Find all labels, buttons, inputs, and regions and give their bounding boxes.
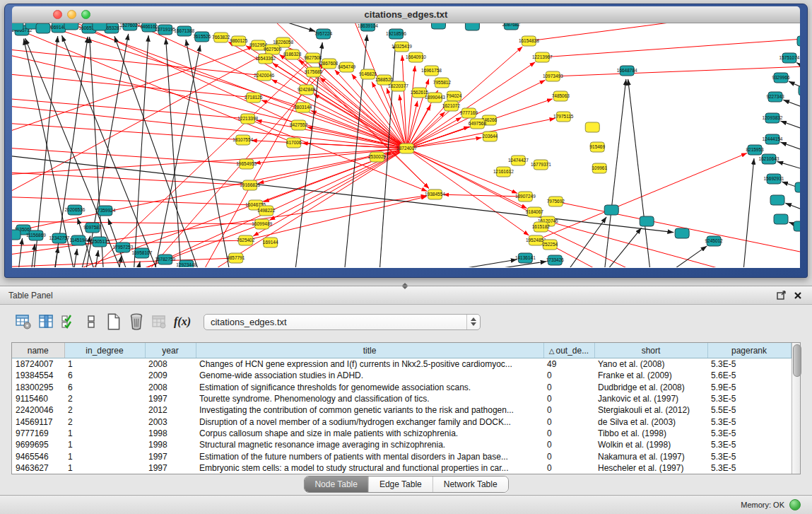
graph-node[interactable] (435, 78, 449, 88)
table-cell[interactable]: 5.3E-5 (707, 358, 791, 370)
graph-node[interactable] (592, 163, 606, 173)
column-header-name[interactable]: name (12, 343, 64, 358)
graph-node[interactable] (180, 260, 194, 267)
graph-node[interactable] (707, 236, 721, 246)
graph-node[interactable] (52, 233, 66, 243)
table-cell[interactable]: 18724007 (12, 358, 64, 370)
graph-node[interactable] (797, 36, 800, 46)
table-row[interactable]: 969969511998Structural magnetic resonanc… (12, 439, 791, 450)
table-cell[interactable]: 49 (543, 358, 594, 370)
graph-node[interactable] (392, 81, 406, 91)
table-cell[interactable]: 6 (64, 370, 145, 381)
table-settings-icon[interactable] (14, 313, 33, 331)
table-cell[interactable]: 1997 (145, 393, 196, 404)
graph-node[interactable] (266, 45, 280, 54)
table-cell[interactable]: 2 (64, 393, 145, 404)
graph-node[interactable] (483, 132, 497, 141)
splitter-handle[interactable] (401, 283, 409, 289)
table-row[interactable]: 911546021997Tourette syndrome. Phenomeno… (12, 393, 791, 404)
graph-node[interactable] (548, 255, 562, 265)
column-header-pagerank[interactable]: pagerank (707, 343, 791, 358)
graph-node[interactable] (546, 71, 560, 81)
graph-node[interactable] (71, 235, 86, 245)
graph-node[interactable] (767, 174, 781, 184)
table-cell[interactable]: Hescheler et al. (1997) (594, 462, 707, 474)
table-cell[interactable]: Franke et al. (2009) (594, 370, 707, 381)
graph-node[interactable] (135, 248, 149, 258)
graph-node[interactable] (794, 221, 800, 231)
table-cell[interactable]: 0 (543, 416, 594, 427)
table-cell[interactable]: de Silva et al. (2003) (594, 416, 707, 427)
table-cell[interactable]: Dudbridge et al. (2008) (594, 382, 707, 393)
graph-node[interactable] (461, 108, 476, 118)
table-cell[interactable]: 2009 (145, 370, 196, 381)
graph-node[interactable] (306, 53, 320, 63)
graph-node[interactable] (239, 235, 253, 245)
graph-node[interactable] (518, 192, 532, 201)
graph-node[interactable] (370, 152, 384, 162)
table-row[interactable]: 1830029562008Estimation of significance … (12, 382, 791, 393)
table-cell[interactable]: Wolkin et al. (1998) (594, 439, 707, 450)
table-cell[interactable]: 22420046 (12, 404, 64, 416)
graph-node[interactable] (292, 120, 306, 130)
graph-node[interactable] (553, 91, 567, 101)
graph-node[interactable] (604, 205, 618, 215)
graph-node[interactable] (795, 182, 800, 192)
table-cell[interactable]: 5.3E-5 (707, 462, 791, 474)
graph-node[interactable] (408, 52, 423, 62)
graph-node[interactable] (116, 243, 130, 252)
graph-node[interactable] (252, 40, 266, 50)
column-header-out-degree[interactable]: △out_de... (543, 343, 594, 358)
graph-node[interactable] (377, 75, 392, 85)
table-cell[interactable]: 5.3E-5 (707, 450, 791, 462)
graph-node[interactable] (259, 206, 273, 216)
graph-node[interactable] (470, 119, 484, 129)
select-columns-icon[interactable] (59, 313, 78, 331)
graph-node[interactable] (640, 216, 654, 226)
table-row[interactable]: 946362711997Embryonic stem cells: a mode… (12, 462, 791, 474)
table-cell[interactable]: 5.9E-5 (707, 382, 791, 393)
tab-node-table[interactable]: Node Table (304, 477, 368, 492)
graph-node[interactable] (322, 59, 336, 69)
graph-node[interactable] (782, 53, 796, 63)
table-cell[interactable]: Jankovic et al. (1997) (594, 393, 707, 404)
graph-node[interactable] (29, 230, 43, 240)
table-cell[interactable]: 5.6E-5 (707, 370, 791, 381)
table-cell[interactable]: 9777169 (12, 428, 64, 439)
graph-node[interactable] (395, 42, 409, 52)
window-titlebar[interactable]: citations_edges.txt (12, 6, 800, 23)
graph-node[interactable] (765, 134, 779, 144)
graph-node[interactable] (68, 205, 82, 215)
graph-node[interactable] (447, 91, 461, 101)
graph-node[interactable] (158, 25, 172, 35)
graph-node[interactable] (424, 66, 438, 76)
table-cell[interactable]: 2008 (145, 382, 196, 393)
table-row[interactable]: 977716911998Corpus callosum shape and si… (12, 428, 791, 439)
new-column-icon[interactable] (105, 313, 123, 331)
table-cell[interactable]: Nakamura et al. (1997) (594, 450, 707, 462)
graph-node[interactable] (535, 52, 549, 62)
graph-node[interactable] (585, 122, 599, 132)
graph-node[interactable] (774, 214, 788, 224)
graph-node[interactable] (52, 23, 66, 33)
rows-options-icon[interactable] (82, 313, 100, 331)
graph-node[interactable] (12, 23, 23, 30)
graph-node[interactable] (389, 29, 404, 39)
graph-node[interactable] (123, 23, 137, 30)
table-cell[interactable]: Stergiakouli et al. (2012) (594, 404, 707, 416)
close-panel-icon[interactable] (792, 290, 804, 301)
graph-node[interactable] (511, 156, 525, 165)
graph-node[interactable] (229, 253, 243, 263)
graph-node[interactable] (93, 23, 107, 30)
graph-node[interactable] (158, 255, 172, 264)
graph-node[interactable] (240, 159, 254, 169)
graph-node[interactable] (534, 222, 548, 232)
table-cell[interactable]: 0 (543, 462, 594, 474)
table-cell[interactable]: Estimation of significance thresholds fo… (196, 382, 543, 393)
graph-node[interactable] (522, 36, 536, 46)
table-cell[interactable]: 0 (543, 439, 594, 450)
graph-node[interactable] (534, 160, 548, 170)
table-cell[interactable]: Disruption of a novel member of a sodium… (196, 416, 543, 427)
column-header-in-degree[interactable]: in_degree (64, 343, 145, 358)
graph-node[interactable] (286, 49, 300, 59)
